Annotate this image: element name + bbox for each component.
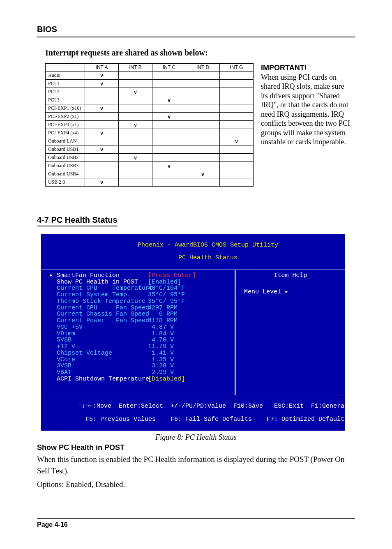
table-row: PCI-EXP3 (x1)v	[46, 121, 254, 129]
irq-col-header: INT G	[220, 64, 254, 72]
irq-cell	[186, 96, 220, 104]
irq-row-label: PCI 3	[46, 96, 85, 104]
irq-cell	[220, 154, 254, 162]
irq-cell	[85, 162, 119, 170]
bios-menu-level: Menu Level ▸	[239, 279, 342, 295]
bios-line-value: 1.41 V	[148, 350, 174, 357]
irq-cell	[119, 72, 152, 80]
bios-line-value: 40°C/104°F	[148, 285, 185, 292]
bios-line: VBAT 2.99 V	[49, 369, 231, 376]
irq-cell: v	[220, 137, 254, 145]
irq-row-label: PCI-EXP1 (x16)	[46, 104, 85, 113]
irq-cell	[186, 178, 220, 187]
bios-screen: Phoenix - AwardBIOS CMOS Setup Utility P…	[41, 234, 345, 431]
bios-line-value: [Enabled]	[148, 279, 181, 286]
bios-line: Current CPU Fan Speed4297 RPM	[49, 305, 231, 311]
bios-line-label: Current CPU Fan Speed	[49, 305, 148, 311]
bios-line: Current CPU Temperature40°C/104°F	[49, 285, 231, 292]
bios-line: Chipset Voltage 1.41 V	[49, 350, 231, 357]
bios-line-label: Show PC Health in POST	[49, 279, 148, 286]
bios-line-label: ACPI Shutdown Temperature	[49, 376, 148, 383]
irq-cell: v	[119, 121, 152, 129]
irq-row-label: Onboard LAN	[46, 137, 85, 145]
table-row: Audiov	[46, 72, 254, 80]
irq-cell	[186, 72, 220, 80]
important-note: IMPORTANT! When using PCI cards on share…	[261, 63, 351, 147]
irq-cell	[85, 137, 119, 145]
irq-heading: Interrupt requests are shared as shown b…	[45, 48, 355, 58]
bios-line: Current System Temp.35°C/ 95°F	[49, 292, 231, 298]
irq-cell	[186, 145, 220, 154]
irq-cell	[152, 137, 186, 145]
irq-cell	[152, 72, 186, 80]
irq-cell: v	[85, 80, 119, 88]
table-row: PCI 1v	[46, 80, 254, 88]
table-row: PCI-EXP2 (x1)v	[46, 113, 254, 121]
irq-cell	[119, 170, 152, 178]
irq-cell	[119, 96, 152, 104]
table-row: Onboard USB3v	[46, 162, 254, 170]
bios-line-value: 1.35 V	[148, 357, 174, 363]
irq-cell	[119, 104, 152, 113]
bios-line-label: Thermo Stick Temperature	[49, 298, 148, 305]
irq-cell: v	[119, 154, 152, 162]
irq-table: INT AINT BINT CINT DINT G AudiovPCI 1vPC…	[45, 63, 254, 187]
irq-col-header: INT B	[119, 64, 152, 72]
irq-cell: v	[85, 145, 119, 154]
irq-cell	[152, 178, 186, 187]
section-4-7: 4-7 PC Health Status Phoenix - AwardBIOS…	[37, 199, 355, 490]
irq-cell	[186, 88, 220, 96]
bios-line-label: Current Chassis Fan Speed	[49, 311, 148, 318]
irq-cell	[186, 162, 220, 170]
bios-line-value: 35°C/ 95°F	[148, 298, 185, 305]
irq-cell	[119, 145, 152, 154]
irq-cell: v	[85, 178, 119, 187]
irq-cell	[220, 121, 254, 129]
table-row: Onboard USB4v	[46, 170, 254, 178]
irq-cell	[152, 170, 186, 178]
bios-line: VCC +5V 4.87 V	[49, 324, 231, 331]
irq-cell	[220, 96, 254, 104]
irq-cell	[220, 145, 254, 154]
bios-line: Current Power Fan Speed4178 RPM	[49, 318, 231, 324]
irq-cell	[186, 104, 220, 113]
irq-cell	[119, 113, 152, 121]
irq-row-label: USB 2.0	[46, 178, 85, 187]
irq-cell	[119, 162, 152, 170]
irq-col-blank	[46, 64, 85, 72]
bios-line-label: ▸ SmartFan Function	[49, 272, 148, 279]
figure-caption: Figure 8: PC Health Status	[37, 433, 355, 442]
bios-line-label: Chipset Voltage	[49, 350, 148, 357]
irq-cell	[220, 162, 254, 170]
irq-row-label: PCI-EXP3 (x1)	[46, 121, 85, 129]
irq-section: Interrupt requests are shared as shown b…	[37, 48, 355, 187]
irq-cell	[220, 72, 254, 80]
irq-row-label: PCI 2	[46, 88, 85, 96]
bios-right-pane: Item Help Menu Level ▸	[236, 270, 345, 395]
bios-line: Show PC Health in POST[Enabled]	[49, 279, 231, 286]
table-row: Onboard LANv	[46, 137, 254, 145]
bios-line: ACPI Shutdown Temperature[Disabled]	[49, 376, 231, 383]
bios-line-label: +12 V	[49, 344, 148, 350]
irq-cell	[152, 80, 186, 88]
bios-line: Thermo Stick Temperature35°C/ 95°F	[49, 298, 231, 305]
irq-col-header: INT D	[186, 64, 220, 72]
arrow-right-icon: ▸	[285, 289, 288, 295]
bios-line-label: VCore	[49, 357, 148, 363]
important-body: When using PCI cards on shared IRQ slots…	[261, 73, 350, 146]
table-row: PCI-EXP1 (x16)v	[46, 104, 254, 113]
bios-line: VCore 1.35 V	[49, 357, 231, 363]
body-paragraph-2: Options: Enabled, Disabled.	[37, 479, 355, 490]
bios-line-value: 4297 RPM	[148, 305, 178, 311]
irq-row-label: PCI-EXP4 (x4)	[46, 129, 85, 137]
irq-cell	[119, 80, 152, 88]
irq-cell	[220, 178, 254, 187]
bios-line-value: [Disabled]	[148, 376, 185, 383]
bios-line-value: 1.84 V	[148, 331, 174, 337]
table-row: Onboard USB1v	[46, 145, 254, 154]
bios-line-value: 3.28 V	[148, 363, 174, 369]
section-title: 4-7 PC Health Status	[37, 215, 118, 226]
irq-cell	[85, 121, 119, 129]
body-subheading: Show PC Health in POST	[37, 443, 355, 452]
irq-cell	[220, 104, 254, 113]
